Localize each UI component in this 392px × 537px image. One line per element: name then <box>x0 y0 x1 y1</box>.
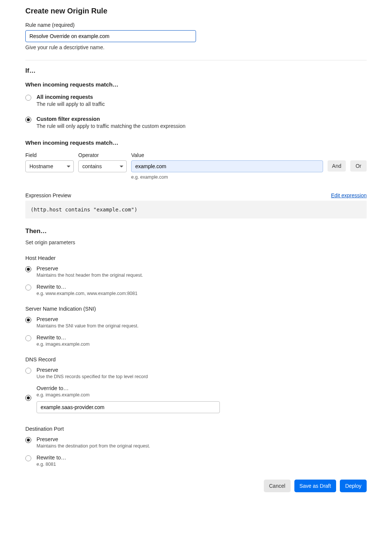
sni-preserve[interactable]: Preserve Maintains the SNI value from th… <box>25 316 367 329</box>
hh-preserve-title: Preserve <box>37 266 367 271</box>
expression-preview-code: (http.host contains "example.com") <box>25 201 367 219</box>
rule-name-input[interactable] <box>25 30 196 42</box>
chevron-down-icon <box>120 166 123 167</box>
cancel-button[interactable]: Cancel <box>264 480 291 492</box>
expression-builder: Field Hostname Operator contains Value e… <box>25 152 367 180</box>
host-header-preserve[interactable]: Preserve Maintains the host header from … <box>25 266 367 278</box>
expression-preview-label: Expression Preview <box>25 192 71 198</box>
dns-preserve[interactable]: Preserve Use the DNS records specified f… <box>25 367 367 379</box>
sni-preserve-desc: Maintains the SNI value from the origina… <box>37 323 367 329</box>
radio-custom-title: Custom filter expression <box>37 116 367 122</box>
field-select[interactable]: Hostname <box>25 160 74 172</box>
radio-all-title: All incoming requests <box>37 94 367 100</box>
radio-custom-expression[interactable]: Custom filter expression The rule will o… <box>25 116 367 129</box>
radio-custom-desc: The rule will only apply to traffic matc… <box>37 123 367 129</box>
radio-icon <box>25 285 31 291</box>
port-rewrite-title: Rewrite to… <box>37 455 367 461</box>
field-label: Field <box>25 152 74 158</box>
radio-icon <box>25 117 31 123</box>
operator-select[interactable]: contains <box>78 160 127 172</box>
radio-icon <box>25 368 31 374</box>
deploy-button[interactable]: Deploy <box>340 480 367 492</box>
dns-preserve-title: Preserve <box>37 367 367 373</box>
port-preserve[interactable]: Preserve Maintains the destination port … <box>25 436 367 449</box>
hh-rewrite-desc: e.g. www.example.com, www.example.com:80… <box>37 291 367 296</box>
radio-icon <box>25 335 31 341</box>
page-title: Create new Origin Rule <box>25 7 367 15</box>
if-match-heading: When incoming requests match… <box>25 81 367 88</box>
rule-name-helper: Give your rule a descriptive name. <box>25 44 196 50</box>
radio-icon <box>25 317 31 323</box>
port-preserve-title: Preserve <box>37 436 367 442</box>
then-heading: Then… <box>25 227 367 235</box>
dns-override-title: Override to… <box>37 385 367 391</box>
value-label: Value <box>131 152 323 158</box>
host-header-rewrite[interactable]: Rewrite to… e.g. www.example.com, www.ex… <box>25 284 367 296</box>
page: Create new Origin Rule Rule name (requir… <box>19 0 373 522</box>
host-header-title: Host Header <box>25 255 367 261</box>
radio-all-desc: The rule will apply to all traffic <box>37 101 367 107</box>
port-preserve-desc: Maintains the destination port from the … <box>37 443 367 449</box>
edit-expression-link[interactable]: Edit expression <box>331 192 367 198</box>
sni-preserve-title: Preserve <box>37 316 367 322</box>
rule-name-label: Rule name (required) <box>25 22 196 28</box>
value-col: Value e.g. example.com <box>131 152 323 180</box>
save-draft-button[interactable]: Save as Draft <box>294 480 336 492</box>
dns-override-desc: e.g. images.example.com <box>37 392 367 398</box>
divider <box>25 60 367 60</box>
and-button[interactable]: And <box>328 160 346 172</box>
radio-icon <box>25 455 31 461</box>
or-button[interactable]: Or <box>350 160 367 172</box>
dns-preserve-desc: Use the DNS records specified for the to… <box>37 374 367 379</box>
rule-name-group: Rule name (required) Give your rule a de… <box>25 22 196 50</box>
sni-rewrite-desc: e.g. images.example.com <box>37 342 367 347</box>
footer-buttons: Cancel Save as Draft Deploy <box>25 480 367 492</box>
operator-label: Operator <box>78 152 127 158</box>
radio-icon <box>25 95 31 101</box>
expression-preview-header: Expression Preview Edit expression <box>25 192 367 198</box>
chevron-down-icon <box>67 166 70 167</box>
hh-rewrite-title: Rewrite to… <box>37 284 367 290</box>
port-title: Destination Port <box>25 426 367 432</box>
radio-icon <box>25 266 31 272</box>
sni-title: Server Name Indication (SNI) <box>25 306 367 312</box>
field-select-value: Hostname <box>29 163 53 169</box>
dns-title: DNS Record <box>25 357 367 362</box>
field-col: Field Hostname <box>25 152 74 172</box>
radio-icon <box>25 395 31 401</box>
dns-override-input[interactable] <box>37 401 220 413</box>
if-heading: If… <box>25 67 367 75</box>
value-hint: e.g. example.com <box>131 175 323 180</box>
sni-rewrite-title: Rewrite to… <box>37 335 367 340</box>
logic-buttons: And Or <box>328 152 367 172</box>
sni-rewrite[interactable]: Rewrite to… e.g. images.example.com <box>25 335 367 347</box>
dns-override[interactable]: Override to… e.g. images.example.com <box>25 385 367 413</box>
port-rewrite[interactable]: Rewrite to… e.g. 8081 <box>25 455 367 467</box>
builder-heading: When incoming requests match… <box>25 139 367 146</box>
operator-select-value: contains <box>82 163 102 169</box>
port-rewrite-desc: e.g. 8081 <box>37 462 367 467</box>
radio-all-incoming[interactable]: All incoming requests The rule will appl… <box>25 94 367 107</box>
then-sub: Set origin parameters <box>25 239 367 245</box>
value-input[interactable] <box>131 160 323 172</box>
hh-preserve-desc: Maintains the host header from the origi… <box>37 273 367 278</box>
radio-icon <box>25 437 31 443</box>
operator-col: Operator contains <box>78 152 127 172</box>
